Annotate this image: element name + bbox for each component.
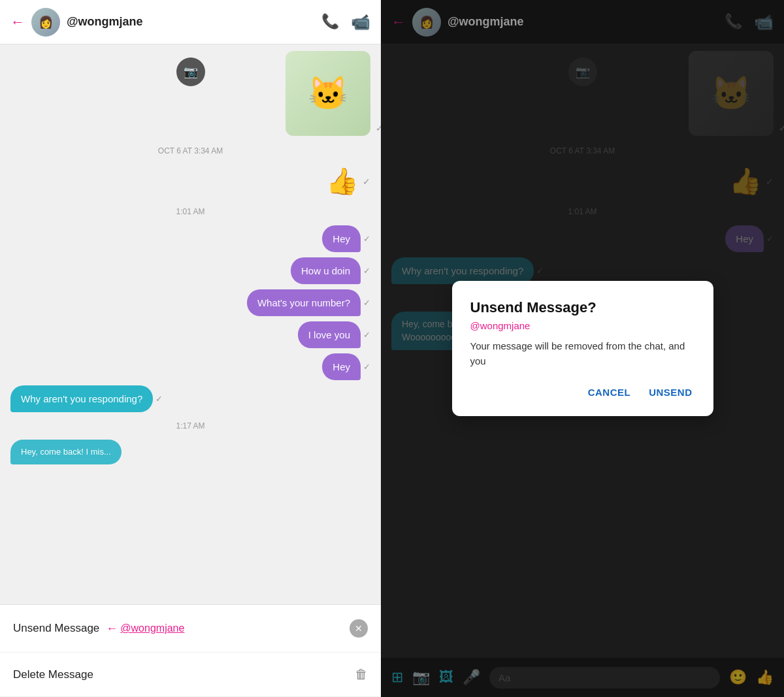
check-3: ✓ [363, 266, 370, 276]
username-label: @wongmjane [67, 15, 321, 29]
phone-icon[interactable]: 📞 [321, 13, 339, 31]
back-button[interactable]: ← [10, 14, 25, 31]
delete-label: Delete Message [13, 668, 93, 681]
camera-icon: 📷 [184, 65, 198, 79]
dialog-title: Unsend Message? [470, 299, 695, 316]
dialog-buttons: CANCEL UNSEND [470, 381, 695, 403]
close-icon: ✕ [355, 623, 363, 634]
bubble-love: I love you [298, 321, 361, 348]
bubble-hey: Hey [322, 225, 361, 252]
check-6: ✓ [363, 362, 370, 372]
video-icon[interactable]: 📹 [351, 13, 370, 31]
left-header: ← 👩 @wongmjane 📞 📹 [0, 0, 381, 44]
unsend-button[interactable]: UNSEND [646, 381, 694, 403]
message-row-1: Hey ✓ [10, 225, 370, 252]
dialog-overlay: Unsend Message? @wongmjane Your message … [381, 0, 784, 697]
thumbs-up-row: 👍 ✓ [10, 166, 370, 197]
dialog-body: Your message will be removed from the ch… [470, 339, 695, 368]
timestamp-1: OCT 6 AT 3:34 AM [10, 146, 370, 155]
check-2: ✓ [363, 234, 370, 244]
message-row-6: Why aren't you responding? ✓ [10, 385, 370, 412]
sticker: 🐱 ✓ [286, 51, 370, 136]
check-icon-1: ✓ [363, 176, 370, 187]
timestamp-2: 1:01 AM [10, 207, 370, 216]
bottom-sheet: Unsend Message ← @wongmjane ✕ Delete Mes… [0, 604, 381, 697]
bubble-number: What's your number? [247, 289, 361, 316]
thumbs-up-icon: 👍 [326, 166, 359, 197]
bubble-hey2: Hey [322, 353, 361, 380]
check-7: ✓ [155, 394, 163, 404]
messages-area-left: 📷 🐱 ✓ OCT 6 AT 3:34 AM 👍 ✓ 1:01 AM Hey ✓… [0, 44, 381, 604]
trash-icon: 🗑 [355, 667, 368, 682]
header-icons: 📞 📹 [321, 13, 370, 31]
avatar: 👩 [31, 8, 60, 37]
unsend-dialog: Unsend Message? @wongmjane Your message … [452, 281, 713, 416]
unsend-label: Unsend Message [13, 622, 99, 635]
timestamp-3: 1:17 AM [10, 421, 370, 430]
bubble-partial: Hey, come back! I mis... [10, 440, 122, 464]
unsend-row: Unsend Message ← @wongmjane [13, 622, 184, 636]
close-button[interactable]: ✕ [350, 619, 368, 638]
left-panel: ← 👩 @wongmjane 📞 📹 📷 🐱 ✓ OCT 6 AT 3:34 A… [0, 0, 381, 697]
cancel-button[interactable]: CANCEL [585, 381, 634, 403]
check-icon: ✓ [376, 123, 381, 133]
right-panel: ← 👩 @wongmjane 📞 📹 📷 🐱 ✓ OCT 6 AT 3:34 A… [381, 0, 784, 697]
unsend-username: @wongmjane [120, 623, 184, 634]
message-row-5: Hey ✓ [10, 353, 370, 380]
check-4: ✓ [363, 298, 370, 308]
unsend-message-item[interactable]: Unsend Message ← @wongmjane ✕ [0, 605, 381, 653]
message-row-partial: Hey, come back! I mis... [10, 440, 370, 464]
check-5: ✓ [363, 330, 370, 340]
sticker-area: 📷 🐱 ✓ [10, 51, 370, 136]
arrow-icon: ← [106, 622, 118, 636]
message-row-4: I love you ✓ [10, 321, 370, 348]
bubble-why: Why aren't you responding? [10, 385, 153, 412]
message-row-3: What's your number? ✓ [10, 289, 370, 316]
delete-message-item[interactable]: Delete Message 🗑 [0, 653, 381, 697]
bubble-how: How u doin [291, 257, 361, 284]
message-row-2: How u doin ✓ [10, 257, 370, 284]
camera-button[interactable]: 📷 [176, 57, 205, 86]
unsend-target: ← @wongmjane [106, 622, 184, 636]
dialog-username: @wongmjane [470, 320, 695, 331]
